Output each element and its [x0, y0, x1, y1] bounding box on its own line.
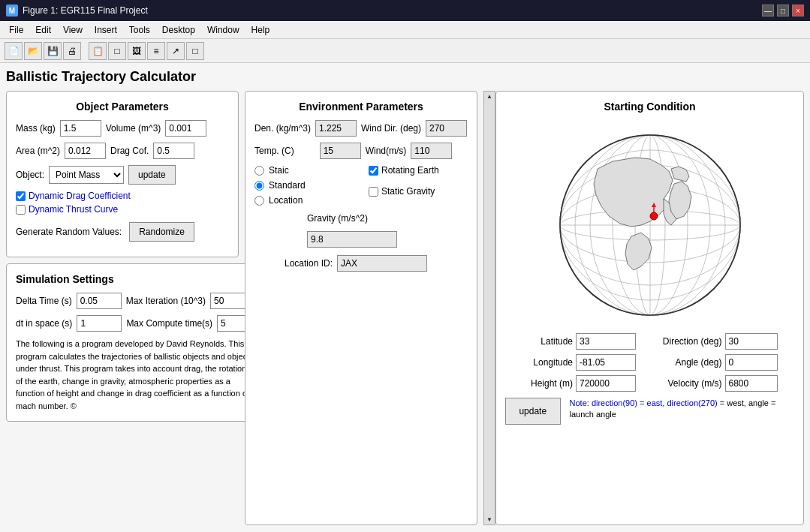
sim-launch-row: Simulation Settings Delta Time (s) Max I… [6, 263, 239, 422]
menu-help[interactable]: Help [245, 23, 276, 37]
location-id-input[interactable] [337, 255, 427, 272]
location-radio[interactable] [254, 196, 264, 206]
menu-file[interactable]: File [3, 23, 29, 37]
menu-desktop[interactable]: Desktop [156, 23, 201, 37]
scroll-up-arrow[interactable]: ▲ [486, 93, 492, 100]
scroll-down-arrow[interactable]: ▼ [486, 516, 492, 523]
env-checkboxes: Rotating Earth Static Gravity [369, 165, 468, 206]
wind-label: Wind(m/s) [366, 146, 407, 156]
density-winddir-row: Den. (kg/m^3) Wind Dir. (deg) [254, 120, 468, 137]
toolbar-image[interactable]: 🖼 [128, 42, 146, 60]
toolbar-print[interactable]: 🖨 [63, 42, 81, 60]
temp-input[interactable] [320, 143, 361, 159]
velocity-input[interactable] [725, 375, 778, 392]
rotating-earth-checkbox[interactable] [369, 166, 378, 176]
direction-row: Direction (deg) [655, 333, 795, 350]
starting-condition-panel: Starting Condition [495, 91, 804, 525]
toolbar-copy[interactable]: 📋 [89, 42, 107, 60]
toolbar-save[interactable]: 💾 [44, 42, 62, 60]
longitude-row: Longitude [505, 354, 646, 371]
menu-bar: File Edit View Insert Tools Desktop Wind… [0, 21, 810, 39]
latitude-label: Latitude [505, 336, 573, 347]
menu-view[interactable]: View [57, 23, 89, 37]
dynamic-drag-row: Dynamic Drag Coefficient [16, 191, 229, 201]
rotating-earth-row: Rotating Earth [369, 165, 468, 176]
standard-radio-row: Standard [254, 180, 360, 191]
density-input[interactable] [315, 120, 357, 137]
starting-condition-area: ▲ ▼ Starting Condition [483, 91, 804, 525]
wind-input[interactable] [411, 143, 452, 159]
height-input[interactable] [576, 375, 636, 392]
randomize-row: Generate Random Values: Randomize [16, 222, 229, 242]
angle-input[interactable] [725, 354, 778, 371]
staic-label: Staic [269, 165, 289, 176]
longitude-label: Longitude [505, 357, 573, 368]
update-note-row: update Note: direction(90) = east, direc… [505, 398, 794, 425]
mass-label: Mass (kg) [16, 123, 56, 134]
temp-label: Temp. (C) [254, 146, 294, 156]
toolbar: 📄 📂 💾 🖨 📋 □ 🖼 ≡ ↗ □ [0, 39, 810, 63]
randomize-button[interactable]: Randomize [129, 222, 194, 242]
longitude-input[interactable] [576, 354, 636, 371]
latitude-input[interactable] [576, 333, 636, 350]
volume-label: Volume (m^3) [106, 123, 161, 134]
menu-tools[interactable]: Tools [123, 23, 156, 37]
env-options-layout: Staic Standard Location [254, 165, 468, 206]
delta-time-input[interactable] [77, 293, 122, 309]
area-input[interactable] [65, 143, 106, 159]
toolbar-rect[interactable]: □ [186, 42, 204, 60]
sc-inputs-grid: Latitude Direction (deg) Longitude Angle… [505, 333, 794, 392]
object-select[interactable]: Point Mass Sphere Cylinder Box [49, 166, 124, 184]
toolbar-open[interactable]: 📂 [24, 42, 42, 60]
height-label: Height (m) [505, 378, 573, 389]
dynamic-thrust-checkbox[interactable] [16, 205, 26, 215]
static-gravity-checkbox[interactable] [369, 187, 378, 197]
simulation-settings-panel: Simulation Settings Delta Time (s) Max I… [6, 263, 264, 422]
sc-update-button[interactable]: update [505, 398, 561, 425]
dt-space-label: dt in space (s) [16, 318, 72, 329]
direction-input[interactable] [725, 333, 778, 350]
location-radio-row: Location [254, 195, 360, 206]
update-button[interactable]: update [128, 165, 176, 185]
close-button[interactable]: × [792, 5, 804, 17]
toolbar-box[interactable]: □ [108, 42, 126, 60]
note-prefix: Note: [570, 398, 592, 407]
sim-title: Simulation Settings [16, 273, 254, 285]
globe-container [505, 120, 794, 330]
minimize-button[interactable]: — [762, 5, 774, 17]
static-gravity-row: Static Gravity [369, 186, 468, 197]
direction-label: Direction (deg) [655, 336, 722, 347]
dynamic-drag-checkbox[interactable] [16, 191, 26, 201]
staic-radio[interactable] [254, 166, 264, 176]
rotating-earth-label: Rotating Earth [381, 165, 439, 176]
gravity-input[interactable] [307, 231, 397, 248]
note-east: direction(90) = east, direction(270) [592, 398, 718, 407]
scrollbar[interactable]: ▲ ▼ [483, 91, 495, 525]
temp-wind-row: Temp. (C) Wind(m/s) [254, 143, 468, 159]
toolbar-arrow[interactable]: ↗ [167, 42, 185, 60]
dt-space-row: dt in space (s) Max Compute time(s) [16, 315, 254, 332]
menu-insert[interactable]: Insert [89, 23, 123, 37]
max-iter-input[interactable] [210, 293, 248, 309]
wind-dir-input[interactable] [426, 120, 467, 137]
mass-input[interactable] [60, 120, 101, 137]
latitude-row: Latitude [505, 333, 646, 350]
dt-space-input[interactable] [77, 315, 122, 332]
maximize-button[interactable]: □ [777, 5, 789, 17]
dynamic-drag-label: Dynamic Drag Coefficient [29, 191, 131, 201]
menu-edit[interactable]: Edit [29, 23, 57, 37]
volume-input[interactable] [165, 120, 206, 137]
dynamic-thrust-label: Dynamic Thrust Curve [29, 204, 118, 215]
area-drag-row: Area (m^2) Drag Cof. [16, 143, 229, 159]
drag-input[interactable] [153, 143, 194, 159]
menu-window[interactable]: Window [201, 23, 245, 37]
location-id-row: Location ID: [254, 255, 468, 272]
toolbar-new[interactable]: 📄 [5, 42, 23, 60]
standard-radio[interactable] [254, 181, 264, 191]
delta-time-label: Delta Time (s) [16, 296, 72, 306]
area-label: Area (m^2) [16, 146, 60, 156]
max-compute-label: Max Compute time(s) [126, 318, 212, 329]
wind-dir-label: Wind Dir. (deg) [361, 123, 421, 134]
toolbar-list[interactable]: ≡ [147, 42, 165, 60]
gravity-value-row: Gravity (m/s^2) [254, 213, 468, 248]
